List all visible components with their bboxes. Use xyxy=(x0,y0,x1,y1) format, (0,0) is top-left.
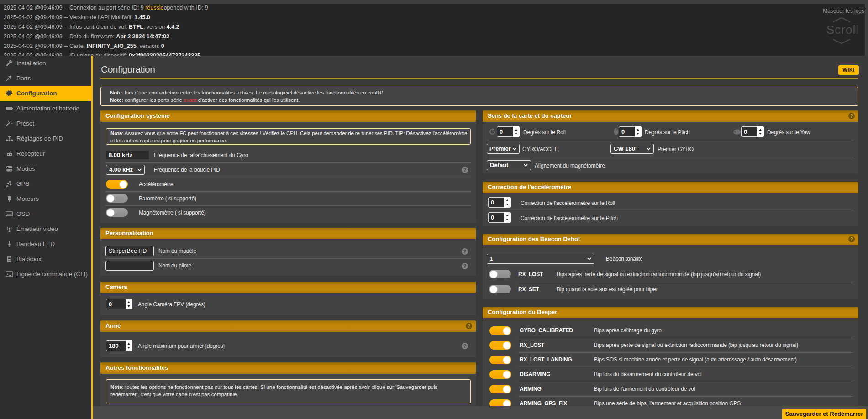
svg-text:osd: osd xyxy=(7,213,12,215)
